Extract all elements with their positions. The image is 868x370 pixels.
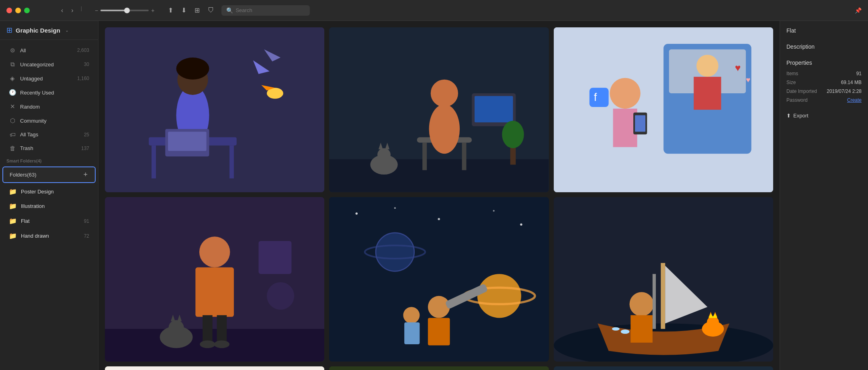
prop-value-items: 91 [821, 69, 862, 78]
svg-rect-70 [404, 322, 420, 344]
sidebar-header[interactable]: ⊞ Graphic Design ⌄ [0, 21, 98, 40]
sidebar-item-label: Untagged [20, 76, 73, 82]
prop-row-date: Date Imported 2019/07/24 2:28 [786, 87, 862, 96]
search-bar: 🔍 [221, 5, 310, 16]
svg-rect-22 [475, 96, 513, 123]
image-card[interactable] [105, 366, 324, 370]
folder-item-poster-design[interactable]: 📁 Poster Design [2, 185, 96, 199]
svg-point-19 [431, 80, 458, 107]
properties-label: Properties [786, 60, 862, 66]
nav-buttons: ‹ › | [59, 5, 84, 16]
image-grid-container: ♥ ♥ f [98, 21, 780, 370]
sidebar-item-community[interactable]: ⬡ Community [2, 114, 96, 127]
all-icon: ⊜ [9, 47, 16, 54]
zoom-in-icon: + [151, 7, 154, 14]
svg-point-79 [707, 316, 719, 328]
image-card[interactable] [554, 366, 773, 370]
sidebar-item-count: 137 [81, 146, 89, 151]
sidebar-item-random[interactable]: ✕ Random [2, 100, 96, 113]
image-grid: ♥ ♥ f [105, 27, 773, 370]
svg-point-59 [438, 218, 440, 220]
folder-icon: 📁 [9, 232, 17, 240]
close-button[interactable] [6, 8, 12, 13]
folder-item-flat[interactable]: 📁 Flat 91 [2, 214, 96, 228]
svg-rect-45 [195, 267, 234, 317]
folder-item-label: Poster Design [21, 189, 89, 195]
svg-point-44 [199, 236, 230, 267]
download-button[interactable]: ⬇ [179, 5, 189, 16]
svg-rect-85 [105, 366, 324, 370]
nav-forward-button[interactable]: › [69, 5, 76, 16]
svg-rect-73 [661, 263, 665, 329]
properties-table: Items 91 Size 69.14 MB Date Imported 201… [786, 69, 862, 105]
folders-title: Folders(63) [10, 172, 82, 178]
panel-properties-section: Properties Items 91 Size 69.14 MB Date I… [786, 60, 862, 105]
random-icon: ✕ [9, 103, 16, 110]
folder-item-illustration[interactable]: 📁 Illustration [2, 199, 96, 213]
sidebar-item-label: All [20, 47, 73, 53]
description-label: Description [786, 43, 862, 50]
prop-key-size: Size [786, 78, 821, 87]
svg-rect-17 [423, 143, 427, 170]
image-card[interactable] [329, 197, 549, 362]
share-button[interactable]: ⬆ [166, 5, 176, 16]
add-folder-button[interactable]: + [82, 171, 88, 179]
sidebar-item-all-tags[interactable]: 🏷 All Tags 25 [2, 128, 96, 141]
svg-point-69 [403, 307, 420, 323]
svg-point-24 [378, 148, 391, 161]
minimize-button[interactable] [15, 8, 21, 13]
svg-point-62 [376, 233, 414, 271]
folder-item-hand-drawn[interactable]: 📁 Hand drawn 72 [2, 229, 96, 243]
folder-item-count: 72 [84, 233, 89, 239]
sidebar-item-all[interactable]: ⊜ All 2,603 [2, 43, 96, 57]
sidebar-item-label: Community [20, 118, 89, 124]
image-card[interactable]: Garden [329, 366, 549, 370]
search-input[interactable] [235, 7, 300, 13]
svg-rect-67 [428, 318, 450, 345]
svg-point-36 [610, 78, 640, 109]
svg-text:f: f [594, 91, 597, 103]
filter-button[interactable]: ⛉ [205, 5, 217, 16]
svg-point-84 [612, 327, 619, 330]
sidebar-item-trash[interactable]: 🗑 Trash 137 [2, 142, 96, 155]
zoom-slider-fill [100, 10, 127, 11]
svg-rect-33 [694, 77, 721, 110]
sidebar-item-count: 30 [84, 62, 89, 67]
export-button[interactable]: ⬆ Export [786, 111, 862, 120]
prop-value-size: 69.14 MB [821, 78, 862, 87]
image-card[interactable] [554, 197, 773, 362]
library-title: Graphic Design [16, 27, 60, 34]
sidebar: ⊞ Graphic Design ⌄ ⊜ All 2,603 ⧉ Uncateg… [0, 21, 98, 370]
prop-row-password: Password Create [786, 96, 862, 105]
folder-item-count: 91 [84, 218, 89, 224]
svg-point-61 [520, 223, 522, 225]
image-card[interactable]: ♥ ♥ f [554, 27, 773, 192]
image-card[interactable] [105, 27, 324, 192]
zoom-out-icon: − [95, 7, 98, 14]
svg-rect-76 [631, 315, 653, 342]
uncategorized-icon: ⧉ [9, 61, 16, 68]
titlebar: ‹ › | − + ⬆ ⬇ ⊞ ⛉ 🔍 📌 [0, 0, 868, 21]
pin-button[interactable]: 📌 [855, 7, 862, 14]
svg-rect-4 [229, 146, 234, 179]
svg-point-58 [394, 207, 396, 209]
sidebar-item-uncategorized[interactable]: ⧉ Uncategorized 30 [2, 58, 96, 71]
sidebar-item-recently-used[interactable]: 🕐 Recently Used [2, 86, 96, 99]
svg-rect-3 [151, 146, 156, 179]
zoom-slider-thumb[interactable] [124, 8, 130, 13]
image-card[interactable] [105, 197, 324, 362]
svg-point-57 [356, 212, 358, 214]
sidebar-item-untagged[interactable]: ◈ Untagged 1,160 [2, 72, 96, 85]
nav-back-button[interactable]: ‹ [59, 5, 66, 16]
zoom-slider[interactable] [100, 10, 149, 11]
prop-value-date: 2019/07/24 2:28 [821, 87, 862, 96]
grid-view-button[interactable]: ⊞ [192, 5, 202, 16]
create-password-link[interactable]: Create [847, 97, 862, 103]
image-card[interactable] [329, 27, 549, 192]
maximize-button[interactable] [24, 8, 30, 13]
untagged-icon: ◈ [9, 75, 16, 82]
folder-item-label: Hand drawn [21, 233, 80, 239]
export-icon: ⬆ [786, 113, 791, 119]
prop-value-password: Create [821, 96, 862, 105]
traffic-lights [6, 8, 30, 13]
